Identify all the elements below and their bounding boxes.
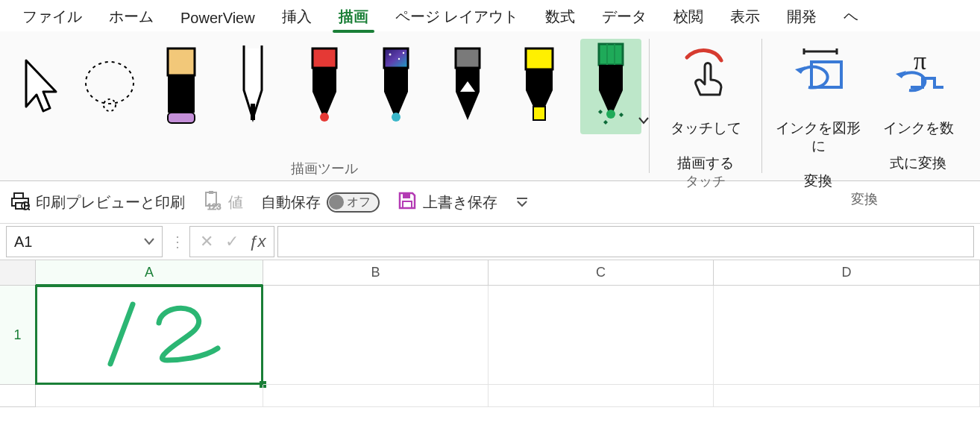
tool-pen-green-dropdown[interactable] <box>638 113 649 128</box>
row-1: 1 <box>0 286 980 385</box>
qat-print-label: 印刷プレビューと印刷 <box>36 192 185 213</box>
autosave-toggle[interactable]: オフ <box>327 192 380 213</box>
svg-point-19 <box>606 110 615 119</box>
tab-draw[interactable]: 描画 <box>325 2 382 31</box>
svg-point-10 <box>398 58 400 60</box>
tool-highlighter[interactable] <box>509 39 570 134</box>
print-icon <box>10 191 30 214</box>
column-header-C[interactable]: C <box>489 260 714 286</box>
name-box-dropdown-icon <box>144 235 154 248</box>
tab-formulas[interactable]: 数式 <box>532 2 588 31</box>
autosave-toggle-knob <box>329 195 344 210</box>
svg-rect-4 <box>168 113 195 123</box>
select-all-corner[interactable] <box>0 260 36 286</box>
tool-pencil[interactable] <box>437 39 498 134</box>
insert-function-button[interactable]: ƒx <box>247 231 268 252</box>
tab-file[interactable]: ファイル <box>9 2 95 31</box>
cell-D1[interactable] <box>714 286 980 385</box>
svg-text:π: π <box>914 47 926 75</box>
svg-rect-34 <box>403 201 412 208</box>
tab-powerview[interactable]: PowerView <box>167 5 268 31</box>
tab-more[interactable]: ヘ <box>830 2 872 31</box>
cell-B1[interactable] <box>263 286 489 385</box>
ink-stroke <box>36 286 263 385</box>
formula-input[interactable] <box>277 226 974 257</box>
touch-to-draw-button[interactable]: タッチして 描画する <box>657 39 754 172</box>
tool-pen-galaxy[interactable] <box>365 39 427 134</box>
qat-print-preview[interactable]: 印刷プレビューと印刷 <box>10 191 185 214</box>
ink-to-shape-button[interactable]: インクを図形に 変換 <box>770 39 867 190</box>
column-header-A[interactable]: A <box>36 260 263 286</box>
formula-bar-buttons: ✕ ✓ ƒx <box>189 226 274 257</box>
tab-page-layout[interactable]: ページ レイアウト <box>382 2 533 31</box>
qat-save-label: 上書き保存 <box>423 192 497 213</box>
formula-bar: A1 ⋮ ✕ ✓ ƒx <box>0 224 980 260</box>
ribbon-group-convert: インクを図形に 変換 π インクを数 式に変換 <box>762 31 967 180</box>
cell-D2[interactable] <box>714 385 980 407</box>
tool-select[interactable] <box>7 39 69 134</box>
column-header-D[interactable]: D <box>714 260 980 286</box>
ink-to-shape-caption: インクを図形に 変換 <box>770 101 867 190</box>
svg-point-7 <box>320 113 329 122</box>
name-box-value: A1 <box>14 233 32 251</box>
svg-rect-15 <box>533 107 545 120</box>
tool-eraser[interactable] <box>151 39 212 134</box>
svg-rect-18 <box>614 44 615 65</box>
save-icon <box>398 191 417 214</box>
tab-home[interactable]: ホーム <box>95 2 167 31</box>
ink-to-math-icon: π <box>888 42 948 101</box>
tool-lasso[interactable] <box>79 39 140 134</box>
touch-to-draw-caption: タッチして 描画する <box>670 101 741 172</box>
tool-pen-green-wrap <box>580 39 641 134</box>
svg-rect-25 <box>14 193 23 198</box>
column-header-B[interactable]: B <box>263 260 489 286</box>
svg-point-9 <box>389 54 392 56</box>
cell-C2[interactable] <box>489 385 714 407</box>
svg-rect-27 <box>16 203 25 209</box>
autosave-toggle-state: オフ <box>347 195 371 210</box>
qat-paste-value[interactable]: 123 値 <box>203 191 243 214</box>
tab-data[interactable]: データ <box>588 2 660 31</box>
svg-rect-14 <box>526 48 553 69</box>
svg-rect-13 <box>456 48 480 68</box>
tool-pen-red[interactable] <box>294 39 355 134</box>
tool-pen-green[interactable] <box>580 39 641 134</box>
cell-C1[interactable] <box>489 286 714 385</box>
svg-rect-6 <box>312 48 336 68</box>
ribbon: 描画ツール タッチして 描画する タッチ <box>0 31 980 181</box>
qat-save[interactable]: 上書き保存 <box>398 191 497 214</box>
ribbon-group-label-touch: タッチ <box>685 172 726 193</box>
ribbon-group-drawing-tools: 描画ツール <box>0 31 649 180</box>
enter-formula-button[interactable]: ✓ <box>222 231 242 252</box>
name-box[interactable]: A1 <box>6 226 163 257</box>
tab-view[interactable]: 表示 <box>717 2 773 31</box>
svg-point-12 <box>392 113 401 122</box>
cell-B2[interactable] <box>263 385 489 407</box>
touch-icon <box>679 42 732 101</box>
tab-review[interactable]: 校閲 <box>660 2 717 31</box>
tab-insert[interactable]: 挿入 <box>268 2 325 31</box>
svg-rect-17 <box>606 44 608 65</box>
tab-developer[interactable]: 開発 <box>773 2 830 31</box>
svg-rect-33 <box>403 193 410 198</box>
svg-point-0 <box>86 62 134 104</box>
ink-to-math-caption: インクを数 式に変換 <box>883 101 954 172</box>
tool-action-pen[interactable] <box>222 39 283 134</box>
qat-customize[interactable] <box>515 196 529 208</box>
svg-rect-8 <box>384 48 408 68</box>
ribbon-group-label-convert: 変換 <box>851 190 878 211</box>
row-header-1[interactable]: 1 <box>0 286 36 385</box>
ink-to-math-button[interactable]: π インクを数 式に変換 <box>877 39 959 172</box>
cell-A2[interactable] <box>36 385 263 407</box>
row-2-partial <box>0 385 980 407</box>
formula-bar-handle-icon[interactable]: ⋮ <box>166 233 189 251</box>
cancel-formula-button[interactable]: ✕ <box>196 231 217 252</box>
svg-point-11 <box>403 52 404 54</box>
cell-A1[interactable] <box>36 286 263 385</box>
column-headers: A B C D <box>0 260 980 286</box>
row-header-2[interactable] <box>0 385 36 407</box>
worksheet: A B C D 1 <box>0 260 980 407</box>
svg-line-29 <box>28 208 30 210</box>
ribbon-group-touch: タッチして 描画する タッチ <box>650 31 761 180</box>
qat-autosave: 自動保存 オフ <box>261 192 380 213</box>
